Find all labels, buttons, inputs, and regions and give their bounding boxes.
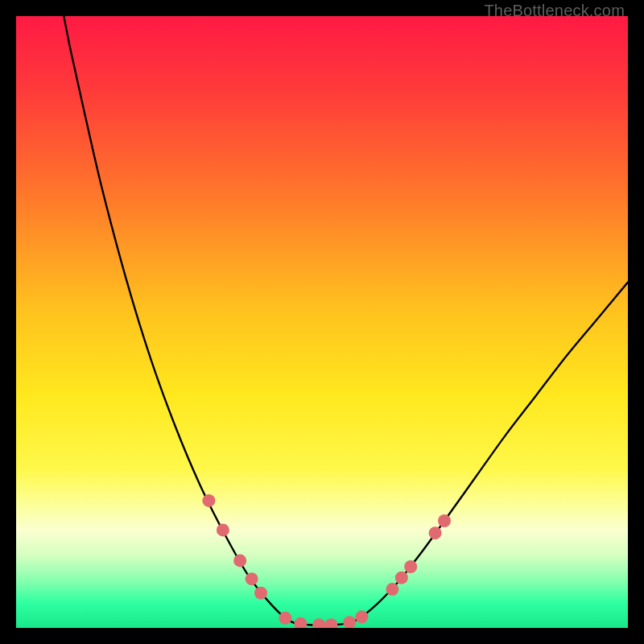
- data-marker: [246, 572, 258, 585]
- data-marker: [429, 526, 442, 539]
- data-marker: [438, 514, 451, 527]
- data-marker: [355, 610, 368, 623]
- data-marker: [279, 612, 291, 625]
- chart-background: [16, 16, 628, 628]
- data-marker: [395, 572, 408, 584]
- data-marker: [202, 494, 215, 507]
- data-marker: [217, 523, 229, 536]
- data-marker: [386, 583, 398, 596]
- bottleneck-chart: [16, 16, 628, 628]
- chart-frame: [16, 16, 628, 628]
- data-marker: [254, 587, 267, 600]
- data-marker: [404, 560, 417, 573]
- data-marker: [233, 554, 246, 567]
- watermark-text: TheBottleneck.com: [484, 2, 625, 20]
